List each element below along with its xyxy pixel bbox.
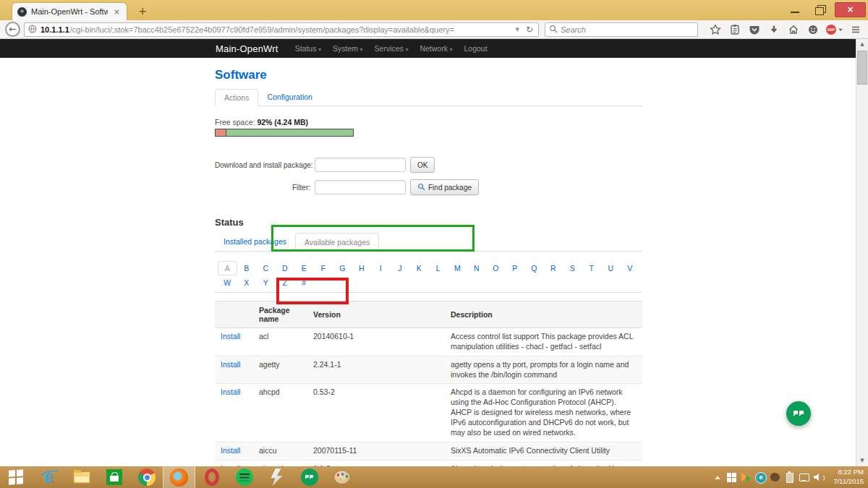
letter-q[interactable]: Q — [524, 261, 544, 275]
install-link[interactable]: Install — [221, 388, 240, 396]
window-close-button[interactable]: × — [835, 2, 866, 17]
window-minimize-button[interactable] — [786, 2, 804, 17]
hangouts-overlay-button[interactable] — [786, 401, 811, 426]
taskbar-chrome-icon[interactable] — [130, 466, 163, 488]
find-package-button[interactable]: Find package — [410, 179, 479, 195]
package-name: aiccu — [253, 442, 307, 460]
install-link[interactable]: Install — [221, 446, 240, 455]
letter-x[interactable]: X — [237, 275, 257, 290]
letter-y[interactable]: Y — [256, 275, 276, 290]
tray-windows-icon[interactable] — [726, 471, 737, 483]
letter-o[interactable]: O — [486, 261, 506, 275]
letter-s[interactable]: S — [563, 261, 582, 275]
letter-n[interactable]: N — [467, 261, 487, 275]
filter-input[interactable] — [315, 180, 406, 194]
file-explorer-logo-icon — [73, 471, 90, 484]
taskbar-hangouts-icon[interactable] — [293, 466, 326, 488]
nav-item-logout[interactable]: Logout — [459, 44, 493, 53]
taskbar-spotify-icon[interactable] — [228, 466, 260, 488]
letter-hash[interactable]: # — [294, 275, 314, 290]
toolbar-adblock-plus-icon[interactable]: ABP — [822, 22, 846, 38]
letter-z[interactable]: Z — [276, 275, 295, 290]
free-space-progressbar — [215, 129, 354, 137]
tab-actions[interactable]: Actions — [215, 89, 258, 106]
toolbar-home-icon[interactable] — [783, 22, 803, 38]
tab-available-packages[interactable]: Available packages — [295, 233, 379, 252]
tray-app-icon[interactable] — [770, 471, 780, 483]
letter-l[interactable]: L — [429, 261, 448, 275]
nav-item-status[interactable]: Status ▾ — [289, 44, 327, 53]
taskbar-paint-icon[interactable] — [326, 466, 358, 488]
toolbar-star-icon[interactable] — [705, 22, 725, 38]
package-description: Aircrack-ng is the next generation of ai… — [445, 460, 642, 466]
taskbar-internet-explorer-icon[interactable] — [33, 466, 65, 488]
letter-u[interactable]: U — [601, 261, 621, 275]
letter-b[interactable]: B — [237, 261, 257, 275]
browser-tab[interactable]: Main-OpenWrt - Software ... × — [12, 2, 127, 20]
new-tab-button[interactable]: + — [133, 4, 152, 18]
url-bar[interactable]: 10.1.1.1 /cgi-bin/luci/;stok=7bacc4b25e6… — [24, 22, 539, 37]
taskbar-winamp-icon[interactable] — [260, 466, 293, 488]
tray-power-icon[interactable] — [784, 471, 795, 483]
start-logo-icon — [9, 469, 24, 485]
letter-c[interactable]: C — [256, 261, 276, 275]
letter-j[interactable]: J — [391, 261, 410, 275]
package-table-body: Installacl20140610-1Access control list … — [215, 328, 642, 467]
letter-e[interactable]: E — [294, 261, 314, 275]
ok-button[interactable]: OK — [410, 157, 435, 173]
tab-close-icon[interactable]: × — [112, 7, 122, 17]
letter-d[interactable]: D — [276, 261, 295, 275]
scroll-down-icon[interactable]: ▼ — [856, 455, 868, 466]
letter-p[interactable]: P — [506, 261, 525, 275]
toolbar-pocket-icon[interactable] — [744, 22, 764, 38]
tray-network-icon[interactable] — [799, 471, 809, 483]
install-link[interactable]: Install — [221, 360, 240, 369]
package-name: aircrack-ng — [253, 460, 307, 466]
letter-r[interactable]: R — [544, 261, 563, 275]
nav-item-services[interactable]: Services ▾ — [369, 44, 414, 53]
tray-volume-icon[interactable] — [813, 471, 824, 483]
nav-item-network[interactable]: Network ▾ — [414, 44, 458, 53]
taskbar-firefox-icon[interactable] — [163, 466, 195, 488]
letter-t[interactable]: T — [582, 261, 602, 275]
letter-v[interactable]: V — [621, 261, 640, 275]
install-link[interactable]: Install — [221, 332, 240, 341]
tray-color-arrow-icon[interactable] — [741, 471, 752, 483]
find-package-label: Find package — [428, 184, 472, 192]
toolbar-menu-icon[interactable] — [846, 22, 865, 38]
tab-installed-packages[interactable]: Installed packages — [215, 233, 295, 252]
taskbar-opera-icon[interactable] — [195, 466, 228, 488]
letter-m[interactable]: M — [448, 261, 467, 275]
search-bar[interactable] — [545, 22, 698, 37]
nav-item-system[interactable]: System ▾ — [327, 44, 369, 53]
letter-f[interactable]: F — [314, 261, 333, 275]
download-install-input[interactable] — [315, 158, 406, 172]
reload-icon[interactable]: ↻ — [524, 25, 535, 35]
letter-w[interactable]: W — [218, 275, 237, 290]
letter-i[interactable]: I — [371, 261, 391, 275]
taskbar-file-explorer-icon[interactable] — [65, 466, 98, 488]
taskbar-start-icon[interactable] — [0, 466, 33, 488]
navbar-brand[interactable]: Main-OpenWrt — [216, 43, 278, 54]
tab-configuration[interactable]: Configuration — [258, 89, 320, 106]
scrollbar-thumb[interactable] — [857, 51, 867, 85]
tray-eset-icon[interactable] — [755, 471, 766, 483]
letter-k[interactable]: K — [409, 261, 429, 275]
search-input[interactable] — [561, 25, 694, 34]
url-dropdown-icon[interactable]: ▼ — [514, 27, 521, 33]
tray-expand-icon[interactable] — [712, 471, 723, 483]
free-space-value: 92% (4.24 MB) — [257, 118, 308, 127]
taskbar-windows-store-icon[interactable] — [98, 466, 130, 488]
back-button[interactable]: ← — [5, 22, 20, 37]
taskbar-clock[interactable]: 8:22 PM 7/11/2015 — [827, 468, 864, 487]
toolbar-downloads-icon[interactable] — [764, 22, 783, 38]
scroll-up-icon[interactable]: ▲ — [856, 39, 868, 50]
letter-h[interactable]: H — [352, 261, 372, 275]
winamp-logo-icon — [270, 468, 284, 486]
letter-a[interactable]: A — [218, 261, 237, 275]
scrollbar[interactable]: ▲ ▼ — [856, 39, 868, 466]
toolbar-hello-icon[interactable] — [803, 22, 822, 38]
toolbar-reading-list-icon[interactable] — [725, 22, 744, 38]
window-restore-button[interactable] — [810, 2, 829, 17]
letter-g[interactable]: G — [333, 261, 352, 275]
